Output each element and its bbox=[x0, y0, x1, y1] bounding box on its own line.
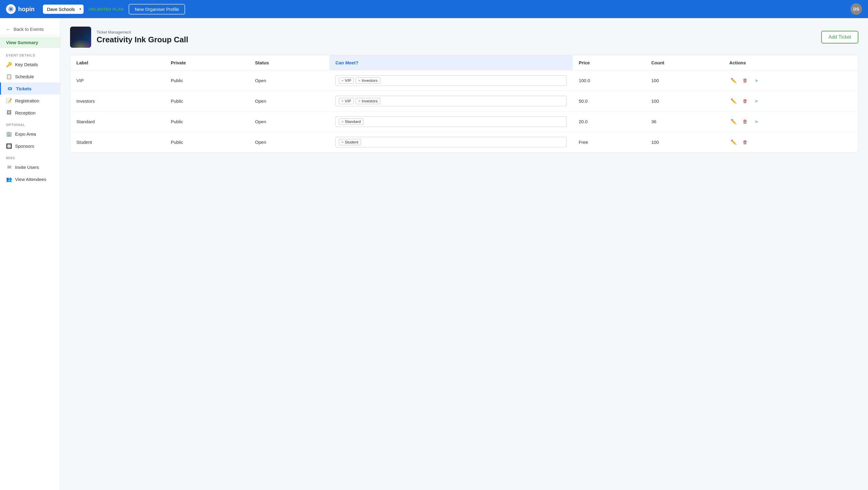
top-navigation: hopin Dave Schools UNLIMITED PLAN New Or… bbox=[0, 0, 868, 18]
plan-label: UNLIMITED PLAN bbox=[89, 7, 124, 11]
col-label: Label bbox=[70, 55, 165, 70]
sidebar-item-label: Registration bbox=[15, 98, 39, 103]
sidebar-item-expo-area[interactable]: 🏢 Expo Area bbox=[0, 128, 60, 140]
delete-icon[interactable]: 🗑 bbox=[741, 77, 749, 85]
ticket-price: 100.0 bbox=[573, 70, 645, 91]
logo: hopin bbox=[6, 4, 34, 14]
ticket-label: VIP bbox=[70, 70, 165, 91]
can-meet-tags: × VIP× Investors bbox=[335, 75, 567, 86]
table-header-row: Label Private Status Can Meet? Price Cou… bbox=[70, 55, 858, 70]
col-can-meet: Can Meet? bbox=[330, 55, 573, 70]
reception-icon: 🖼 bbox=[6, 110, 12, 116]
sidebar-item-label: Key Details bbox=[15, 62, 38, 67]
registration-icon: 📝 bbox=[6, 97, 12, 104]
ticket-private: Public bbox=[165, 70, 249, 91]
sidebar-item-invite-users[interactable]: ✉ Invite Users bbox=[0, 161, 60, 173]
new-org-button[interactable]: New Organiser Profile bbox=[129, 4, 185, 15]
edit-icon[interactable]: ✏️ bbox=[730, 138, 738, 146]
key-icon: 🔑 bbox=[6, 61, 12, 67]
view-summary-label: View Summary bbox=[6, 40, 38, 45]
ticket-actions: ✏️ 🗑 ➤ bbox=[723, 112, 858, 132]
logo-text: hopin bbox=[18, 6, 34, 13]
tag-pill: × Student bbox=[339, 139, 361, 145]
can-meet-tags: × VIP× Investors bbox=[335, 96, 567, 106]
actions-cell: ✏️ 🗑 ➤ bbox=[730, 97, 852, 106]
avatar: DS bbox=[850, 3, 862, 15]
edit-icon[interactable]: ✏️ bbox=[730, 97, 738, 106]
tag-pill: × VIP bbox=[339, 98, 354, 104]
ticket-count: 100 bbox=[645, 132, 723, 152]
sponsors-icon: 🔲 bbox=[6, 143, 12, 149]
edit-icon[interactable]: ✏️ bbox=[730, 77, 738, 85]
sidebar-item-label: Schedule bbox=[15, 74, 34, 79]
sidebar-item-reception[interactable]: 🖼 Reception bbox=[0, 107, 60, 119]
ticket-status: Open bbox=[249, 132, 330, 152]
ticket-status: Open bbox=[249, 70, 330, 91]
tag-remove-btn[interactable]: × bbox=[341, 99, 344, 103]
arrow-icon[interactable]: ➤ bbox=[752, 77, 761, 85]
sidebar-item-label: Sponsors bbox=[15, 144, 34, 149]
ticket-price: Free bbox=[573, 132, 645, 152]
sidebar-item-label: Reception bbox=[15, 110, 36, 115]
sidebar-item-label: Tickets bbox=[16, 86, 31, 91]
col-private: Private bbox=[165, 55, 249, 70]
tag-remove-btn[interactable]: × bbox=[341, 140, 344, 144]
tickets-table-container: Label Private Status Can Meet? Price Cou… bbox=[70, 55, 858, 152]
can-meet-tags: × Student bbox=[335, 137, 567, 147]
arrow-icon[interactable]: ➤ bbox=[752, 117, 761, 126]
ticket-count: 100 bbox=[645, 91, 723, 112]
back-to-events[interactable]: ← Back to Events bbox=[0, 23, 60, 36]
ticket-status: Open bbox=[249, 91, 330, 112]
avatar-initials: DS bbox=[853, 7, 859, 11]
ticket-can-meet: × VIP× Investors bbox=[330, 91, 573, 112]
ticket-price: 50.0 bbox=[573, 91, 645, 112]
tag-remove-btn[interactable]: × bbox=[359, 79, 361, 83]
event-title-group: Ticket Management Creativity Ink Group C… bbox=[97, 30, 188, 45]
tag-pill: × Investors bbox=[355, 77, 380, 84]
ticket-count: 36 bbox=[645, 112, 723, 132]
tickets-icon: 🎟 bbox=[7, 86, 13, 91]
sidebar-item-key-details[interactable]: 🔑 Key Details bbox=[0, 58, 60, 70]
actions-cell: ✏️ 🗑 bbox=[730, 138, 852, 146]
sidebar: ← Back to Events View Summary EVENT DETA… bbox=[0, 18, 60, 490]
edit-icon[interactable]: ✏️ bbox=[730, 117, 738, 126]
sidebar-item-registration[interactable]: 📝 Registration bbox=[0, 94, 60, 107]
page-header: Ticket Management Creativity Ink Group C… bbox=[70, 27, 858, 48]
delete-icon[interactable]: 🗑 bbox=[741, 97, 749, 106]
sidebar-item-view-attendees[interactable]: 👥 View Attendees bbox=[0, 173, 60, 185]
sidebar-item-tickets[interactable]: 🎟 Tickets bbox=[0, 83, 60, 94]
event-thumb-lights bbox=[70, 39, 91, 48]
back-arrow-icon: ← bbox=[6, 27, 10, 32]
page-header-left: Ticket Management Creativity Ink Group C… bbox=[70, 27, 188, 48]
sidebar-item-sponsors[interactable]: 🔲 Sponsors bbox=[0, 140, 60, 152]
table-row: Student Public Open × Student Free 100 ✏… bbox=[70, 132, 858, 152]
table-row: Investors Public Open × VIP× Investors 5… bbox=[70, 91, 858, 112]
schedule-icon: 📋 bbox=[6, 74, 12, 80]
tag-remove-btn[interactable]: × bbox=[359, 99, 361, 103]
add-ticket-button[interactable]: Add Ticket bbox=[821, 31, 858, 44]
tag-pill: × Investors bbox=[355, 98, 380, 104]
col-count: Count bbox=[645, 55, 723, 70]
delete-icon[interactable]: 🗑 bbox=[741, 138, 749, 146]
tag-pill: × Standard bbox=[339, 118, 364, 125]
ticket-actions: ✏️ 🗑 bbox=[723, 132, 858, 152]
sidebar-item-schedule[interactable]: 📋 Schedule bbox=[0, 70, 60, 83]
ticket-label: Student bbox=[70, 132, 165, 152]
invite-icon: ✉ bbox=[6, 164, 12, 170]
arrow-icon[interactable]: ➤ bbox=[752, 97, 761, 106]
tag-remove-btn[interactable]: × bbox=[341, 79, 344, 83]
ticket-status: Open bbox=[249, 112, 330, 132]
table-body: VIP Public Open × VIP× Investors 100.0 1… bbox=[70, 70, 858, 152]
org-selector-wrap[interactable]: Dave Schools bbox=[39, 4, 84, 14]
org-selector[interactable]: Dave Schools bbox=[43, 4, 84, 14]
view-summary-item[interactable]: View Summary bbox=[0, 37, 60, 48]
ticket-actions: ✏️ 🗑 ➤ bbox=[723, 91, 858, 112]
col-price: Price bbox=[573, 55, 645, 70]
sidebar-item-label: View Attendees bbox=[15, 177, 46, 182]
ticket-label: Standard bbox=[70, 112, 165, 132]
delete-icon[interactable]: 🗑 bbox=[741, 117, 749, 126]
tag-remove-btn[interactable]: × bbox=[341, 120, 344, 124]
expo-icon: 🏢 bbox=[6, 131, 12, 137]
ticket-private: Public bbox=[165, 112, 249, 132]
col-actions: Actions bbox=[723, 55, 858, 70]
